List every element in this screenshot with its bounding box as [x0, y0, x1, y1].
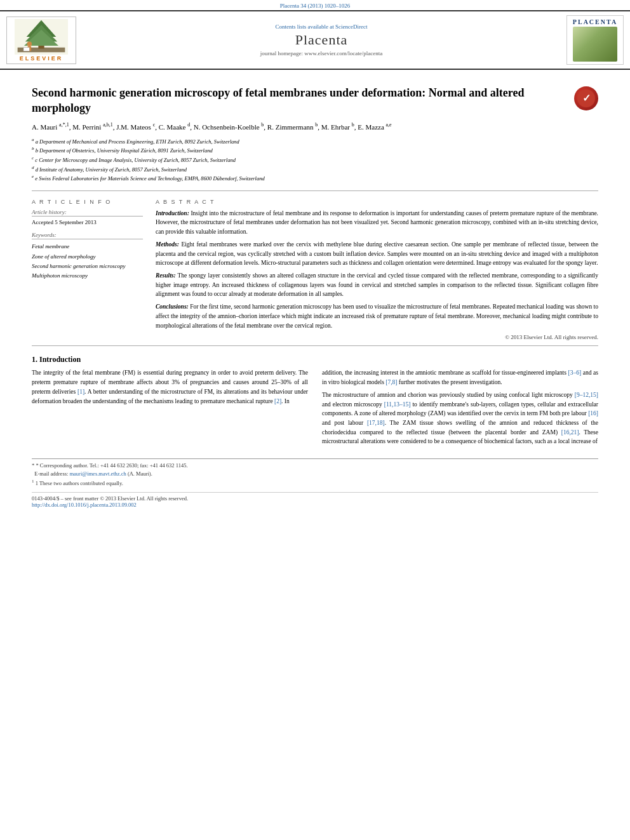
placenta-logo-title: PLACENTA [573, 18, 617, 25]
abstract-results: Results: The spongy layer consistently s… [156, 271, 598, 299]
contributed-equally-note: 1 1 These two authors contributed equall… [32, 478, 598, 488]
ref-9-15a[interactable]: [9–12,15] [575, 392, 598, 398]
email-note: E-mail address: mauri@imes.mavt.ethz.ch … [32, 470, 598, 478]
ref-1[interactable]: [1] [77, 389, 84, 395]
journal-citation: Placenta 34 (2013) 1020–1026 [0, 0, 630, 10]
abstract-label: A B S T R A C T [156, 199, 598, 205]
abstract-methods-label: Methods: [156, 241, 179, 248]
ref-16[interactable]: [16] [588, 410, 598, 417]
affiliations: a a Department of Mechanical and Process… [32, 137, 598, 183]
article-info-label: A R T I C L E I N F O [32, 199, 143, 205]
abstract-results-label: Results: [156, 272, 176, 279]
abstract-methods: Methods: Eight fetal membranes were mark… [156, 240, 598, 268]
intro-para-1: The integrity of the fetal membrane (FM)… [32, 368, 308, 406]
svg-text:✓: ✓ [582, 93, 591, 103]
authors-line: A. Mauri a,*,1, M. Perrini a,b,1, J.M. M… [32, 121, 598, 133]
footer-section: 0143-4004/$ – see front matter © 2013 El… [32, 492, 598, 508]
placenta-logo-image [573, 27, 617, 62]
placenta-journal-logo: PLACENTA [566, 15, 624, 65]
elsevier-logo: ELSEVIER [6, 17, 76, 64]
doi-link[interactable]: http://dx.doi.org/10.1016/j.placenta.201… [32, 502, 598, 508]
corresponding-author-note: * * Corresponding author. Tel.: +41 44 6… [32, 462, 598, 470]
ref-3-6[interactable]: [3–6] [568, 370, 581, 376]
ref-11-15b[interactable]: [11,13–15] [384, 401, 411, 408]
email-link[interactable]: mauri@imes.mavt.ethz.ch [69, 470, 126, 477]
ref-7-8[interactable]: [7,8] [385, 379, 397, 385]
journal-header: ELSEVIER Contents lists available at Sci… [0, 10, 630, 70]
abstract-intro: Introduction: Insight into the microstru… [156, 209, 598, 237]
keyword-2: Zone of altered morphology [32, 252, 143, 262]
ref-2[interactable]: [2] [274, 398, 281, 404]
article-title: Second harmonic generation microscopy of… [32, 85, 568, 116]
keyword-1: Fetal membrane [32, 242, 143, 251]
section-introduction-title: 1. Introduction [32, 355, 598, 364]
article-info-column: A R T I C L E I N F O Article history: A… [32, 199, 143, 341]
keywords-label: Keywords: [32, 232, 143, 239]
article-container: Second harmonic generation microscopy of… [0, 70, 630, 521]
introduction-body: The integrity of the fetal membrane (FM)… [32, 368, 598, 450]
issn-line: 0143-4004/$ – see front matter © 2013 El… [32, 495, 598, 502]
abstract-intro-label: Introduction: [156, 210, 189, 217]
ref-17-18[interactable]: [17,18] [367, 420, 385, 426]
intro-left-col: The integrity of the fetal membrane (FM)… [32, 368, 308, 450]
section-introduction: 1. Introduction The integrity of the fet… [32, 355, 598, 450]
journal-center-info: Contents lists available at ScienceDirec… [83, 23, 560, 57]
intro-right-col: addition, the increasing interest in the… [322, 368, 598, 450]
keywords-section: Keywords: Fetal membrane Zone of altered… [32, 232, 143, 281]
crossmark-badge: ✓ [574, 86, 598, 110]
svg-point-6 [27, 41, 32, 46]
journal-name: Placenta [83, 32, 560, 48]
keyword-3: Second harmonic generation microscopy [32, 262, 143, 271]
abstract-column: A B S T R A C T Introduction: Insight in… [156, 199, 598, 341]
abstract-conclusions: Conclusions: For the first time, second … [156, 302, 598, 330]
article-history-label: Article history: [32, 209, 143, 217]
ref-16-21[interactable]: [16,21] [561, 429, 579, 436]
intro-para-3: The microstructure of amnion and chorion… [322, 390, 598, 446]
sciencedirect-link[interactable]: Contents lists available at ScienceDirec… [83, 23, 560, 30]
abstract-conclusions-label: Conclusions: [156, 303, 189, 310]
svg-rect-8 [23, 47, 29, 51]
journal-homepage: journal homepage: www.elsevier.com/locat… [83, 50, 560, 57]
footnotes-section: * * Corresponding author. Tel.: +41 44 6… [32, 458, 598, 487]
intro-para-2: addition, the increasing interest in the… [322, 368, 598, 387]
elsevier-tree-icon [13, 19, 70, 55]
article-title-section: Second harmonic generation microscopy of… [32, 85, 598, 116]
article-history: Article history: Accepted 5 September 20… [32, 209, 143, 227]
elsevier-text: ELSEVIER [20, 55, 64, 62]
info-abstract-section: A R T I C L E I N F O Article history: A… [32, 190, 598, 347]
keyword-4: Multiphoton microscopy [32, 271, 143, 281]
info-abstract-two-col: A R T I C L E I N F O Article history: A… [32, 199, 598, 341]
article-accepted-date: Accepted 5 September 2013 [32, 218, 143, 227]
copyright-line: © 2013 Elsevier Ltd. All rights reserved… [156, 334, 598, 340]
